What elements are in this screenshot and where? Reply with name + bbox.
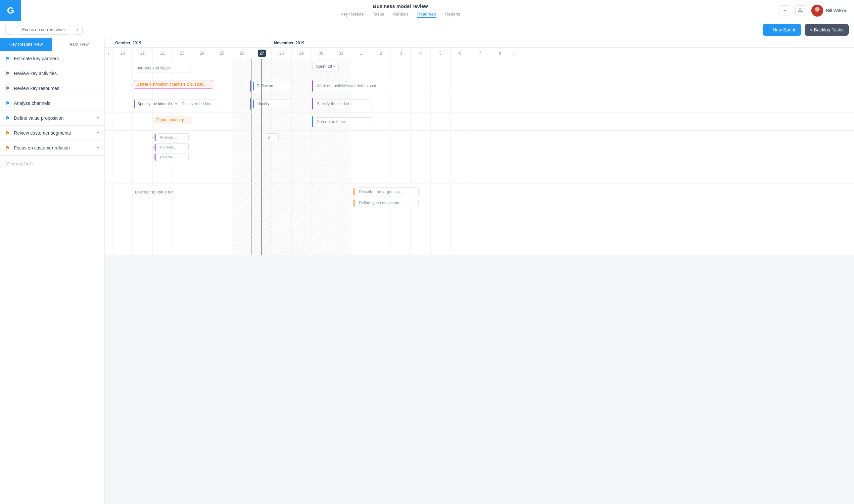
month-label-nov: November, 2019: [274, 41, 304, 45]
subtask-row-conside: ▾ Conside...: [152, 143, 854, 151]
sidebar: Key Results View Team View Estimate key …: [0, 38, 105, 504]
task-identify[interactable]: Identify r...: [253, 100, 291, 108]
timeline-header: October, 2019 November, 2019 ‹ 20 21 22 …: [105, 38, 854, 59]
tab-kanban[interactable]: Kanban: [393, 11, 408, 18]
prev-arrow[interactable]: ‹: [105, 48, 112, 58]
task-discover[interactable]: Discover the kin...: [179, 100, 217, 108]
sidebar-item-resources[interactable]: Review key resources: [0, 81, 104, 96]
subtask-row-analyze: ▾ Analyze ...: [152, 133, 854, 141]
col-29: [291, 59, 311, 77]
day-27-wrap: 27: [251, 48, 272, 59]
minus-button[interactable]: −: [5, 25, 15, 35]
project-title: Business model review: [373, 3, 428, 9]
row-customer-relation: [105, 219, 854, 255]
item-label-customer-rel: Focus on customer relation: [14, 145, 94, 150]
focus-tag[interactable]: Focus on current week: [18, 25, 70, 35]
svg-point-2: [815, 7, 820, 12]
task-determine[interactable]: Determine the re...: [314, 118, 372, 126]
subtask-row-determi: ▾ Determi...: [152, 153, 854, 161]
col-n1: [351, 59, 371, 77]
task-determi[interactable]: Determi...: [157, 153, 189, 161]
task-define-distribution-wrap: ● Define distribution channels & custom.…: [134, 82, 138, 87]
task-specify-kind[interactable]: Specify the kind of ro...: [134, 100, 172, 108]
tab-tasks[interactable]: Tasks: [373, 11, 384, 18]
main-content: Key Results View Team View Estimate key …: [0, 38, 854, 504]
task-specify-kind-r[interactable]: Specify the kind of r...: [314, 100, 372, 108]
item-label-activities: Review key activities: [14, 71, 99, 76]
day-22: 22: [152, 48, 172, 59]
day-2: 2: [371, 48, 390, 59]
collapse-icon-determi[interactable]: ▾: [152, 156, 154, 159]
flag-icon-blue-3: [5, 116, 10, 120]
sprint-bar-row1: Sprint 28 ▾ Estimate: [312, 64, 333, 69]
tab-reports[interactable]: Reports: [445, 11, 460, 18]
item-label-value-prop: Define value proposition: [14, 115, 94, 121]
logo[interactable]: G: [0, 0, 21, 21]
item-label-customer-seg: Review customer segments: [14, 130, 94, 136]
col-26: [232, 59, 251, 77]
avatar: [811, 5, 823, 17]
task-analyze[interactable]: Analyze ...: [157, 133, 189, 141]
day-7: 7: [470, 48, 490, 59]
flag-icon-orange-2: [5, 145, 10, 150]
row-partners: partners and suppli... Sprint 28 ▾ Estim…: [105, 59, 854, 77]
task-define-types[interactable]: Define types of custom...: [356, 199, 419, 208]
user-info[interactable]: Bill Wilson: [811, 5, 848, 17]
chevron-icon-rel: ▾: [97, 145, 99, 150]
sidebar-item-customer-seg[interactable]: Review customer segments ▾: [0, 126, 104, 141]
purple-left-analyze: [155, 133, 156, 141]
tab-roadmap[interactable]: Roadmap: [417, 11, 436, 18]
purple-bar-divider4: [312, 98, 313, 109]
new-sprint-button[interactable]: + New Sprint: [763, 24, 801, 36]
flag-icon-blue-2: [5, 101, 10, 106]
people-icon-button[interactable]: [796, 5, 806, 16]
sidebar-item-partners[interactable]: Estimate key partners: [0, 51, 104, 66]
add-icon-button[interactable]: +: [780, 5, 790, 16]
sprint-28-bar[interactable]: Sprint 28 ▾: [312, 62, 338, 71]
backlog-tasks-button[interactable]: < Backlog Tasks: [805, 24, 849, 36]
chevron-icon-seg: ▾: [97, 131, 99, 135]
day-4: 4: [411, 48, 430, 59]
task-define-va[interactable]: Define va...: [253, 82, 291, 90]
tab-key-results-view[interactable]: Key Results View: [0, 38, 52, 51]
col-n2: [371, 59, 390, 77]
task-d[interactable]: D...: [265, 133, 279, 141]
collapse-icon-analyze[interactable]: ▾: [152, 136, 154, 139]
task-partners-suppli[interactable]: partners and suppli...: [134, 64, 192, 72]
plus-button[interactable]: +: [73, 25, 83, 35]
task-describe-target[interactable]: Describe the target cus...: [356, 187, 419, 196]
tab-key-results[interactable]: Key Results: [341, 11, 363, 18]
toolbar: − Focus on current week + + New Sprint <…: [0, 21, 854, 38]
tab-team-view[interactable]: Team View: [52, 38, 105, 51]
day-26: 26: [232, 48, 251, 59]
purple-bar-divider: [250, 80, 251, 92]
sidebar-item-customer-rel[interactable]: Focus on customer relation ▾: [0, 141, 104, 156]
col-n6: [450, 59, 470, 77]
timeline-area: October, 2019 November, 2019 ‹ 20 21 22 …: [105, 38, 854, 504]
flag-icon-blue: [5, 56, 10, 61]
day-29: 29: [291, 48, 311, 59]
task-conside[interactable]: Conside...: [157, 143, 189, 151]
logo-text: G: [7, 5, 14, 16]
row-channels: ● Figure out our p... Determine the re..…: [105, 113, 854, 131]
task-figure-out[interactable]: Figure out our p...: [154, 116, 192, 124]
next-arrow[interactable]: ›: [510, 48, 518, 58]
sidebar-item-value-prop[interactable]: Define value proposition ▾: [0, 111, 104, 126]
collapse-icon-conside[interactable]: ▾: [152, 145, 154, 149]
task-figure-wrap: ● Figure out our p...: [154, 118, 158, 123]
user-name: Bill Wilson: [826, 8, 848, 13]
task-work-out[interactable]: Work out activities needed to sust...: [314, 82, 393, 90]
day-24: 24: [192, 48, 212, 59]
day-8: 8: [490, 48, 510, 59]
sidebar-item-channels[interactable]: Analyze channels: [0, 96, 104, 111]
col-n7: [470, 59, 490, 77]
task-creating-value-text: re creating value for: [135, 190, 173, 195]
header-center: Business model review Key Results Tasks …: [21, 3, 780, 18]
task-define-distribution[interactable]: Define distribution channels & custom...: [134, 80, 213, 89]
col-n4: [411, 59, 430, 77]
purple-left-conside: [155, 144, 156, 151]
item-label-channels: Analyze channels: [14, 101, 99, 106]
row-customer-segments: re creating value for Describe the targe…: [105, 183, 854, 219]
new-goal-input[interactable]: New goal title: [0, 156, 104, 172]
sidebar-item-activities[interactable]: Review key activities: [0, 66, 104, 81]
